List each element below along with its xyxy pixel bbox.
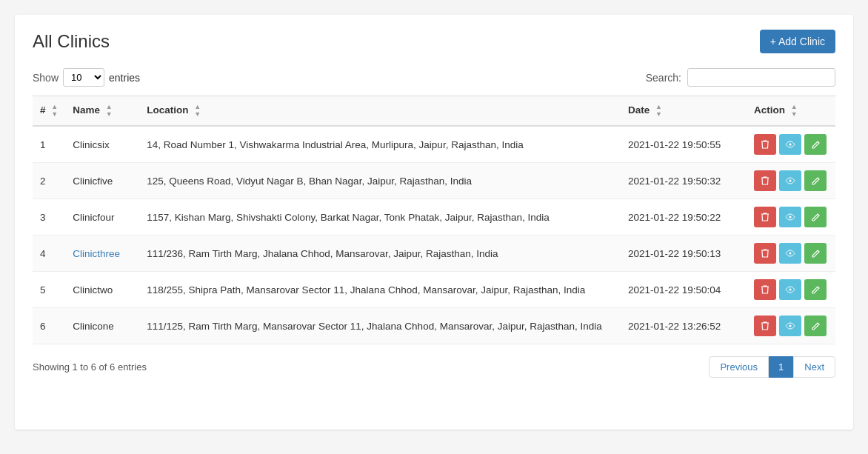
- svg-point-5: [789, 325, 792, 327]
- table-row: 2Clinicfive125, Queens Road, Vidyut Naga…: [33, 163, 835, 199]
- view-button[interactable]: [779, 134, 801, 155]
- cell-action: [747, 163, 835, 199]
- table-controls: Show 10 25 50 100 entries Search:: [33, 68, 835, 87]
- edit-button[interactable]: [804, 134, 827, 155]
- cell-date: 2021-01-22 19:50:04: [621, 272, 747, 308]
- action-buttons: [754, 170, 828, 191]
- cell-date: 2021-01-22 19:50:55: [621, 126, 747, 163]
- edit-button[interactable]: [804, 170, 827, 191]
- add-clinic-button[interactable]: + Add Clinic: [760, 30, 835, 53]
- action-buttons: [754, 279, 828, 300]
- col-header-action[interactable]: Action ▲▼: [747, 96, 835, 127]
- entries-control: Show 10 25 50 100 entries: [33, 68, 140, 87]
- action-buttons: [754, 207, 828, 227]
- cell-location: 125, Queens Road, Vidyut Nagar B, Bhan N…: [139, 163, 621, 199]
- cell-date: 2021-01-22 19:50:32: [621, 163, 747, 199]
- cell-num: 4: [33, 236, 65, 272]
- cell-location: 111/125, Ram Tirth Marg, Mansarovar Sect…: [139, 308, 621, 344]
- cell-date: 2021-01-22 13:26:52: [621, 308, 747, 344]
- cell-num: 5: [33, 272, 65, 308]
- cell-action: [747, 308, 835, 344]
- col-header-location[interactable]: Location ▲▼: [139, 96, 621, 127]
- table-row: 4Clinicthree111/236, Ram Tirth Marg, Jha…: [33, 236, 835, 272]
- delete-button[interactable]: [754, 243, 776, 264]
- delete-button[interactable]: [754, 134, 776, 155]
- table-row: 3Clinicfour1157, Kishan Marg, Shivshakti…: [33, 199, 835, 236]
- edit-button[interactable]: [804, 243, 827, 264]
- delete-button[interactable]: [754, 207, 776, 227]
- page-header: All Clinics + Add Clinic: [33, 30, 835, 53]
- showing-text: Showing 1 to 6 of 6 entries: [33, 361, 147, 373]
- svg-point-3: [789, 253, 792, 255]
- table-header: # ▲▼ Name ▲▼ Location ▲▼ Date ▲▼ Action: [33, 96, 835, 127]
- view-button[interactable]: [779, 170, 801, 191]
- search-control: Search:: [646, 68, 835, 87]
- pagination: Previous 1 Next: [709, 356, 835, 378]
- cell-location: 14, Road Number 1, Vishwakarma Industria…: [139, 126, 621, 163]
- table-row: 6Clinicone111/125, Ram Tirth Marg, Mansa…: [33, 308, 835, 344]
- view-button[interactable]: [779, 243, 801, 264]
- action-buttons: [754, 316, 828, 336]
- cell-num: 1: [33, 126, 65, 163]
- edit-button[interactable]: [804, 207, 827, 227]
- sort-icons-name: ▲▼: [106, 104, 113, 118]
- cell-name: Clinicthree: [65, 236, 139, 272]
- delete-button[interactable]: [754, 170, 776, 191]
- cell-date: 2021-01-22 19:50:13: [621, 236, 747, 272]
- cell-num: 2: [33, 163, 65, 199]
- table-body: 1Clinicsix14, Road Number 1, Vishwakarma…: [33, 126, 835, 344]
- action-buttons: [754, 243, 828, 264]
- table-row: 5Clinictwo118/255, Shipra Path, Mansarov…: [33, 272, 835, 308]
- sort-icons-location: ▲▼: [194, 104, 201, 118]
- cell-action: [747, 199, 835, 236]
- svg-point-0: [789, 144, 792, 146]
- cell-location: 111/236, Ram Tirth Marg, Jhalana Chhod, …: [139, 236, 621, 272]
- sort-icons-num: ▲▼: [51, 104, 58, 118]
- entries-label: entries: [109, 72, 140, 84]
- cell-name: Clinicfive: [65, 163, 139, 199]
- table-footer: Showing 1 to 6 of 6 entries Previous 1 N…: [33, 356, 835, 378]
- cell-name: Clinicone: [65, 308, 139, 344]
- cell-name: Clinicsix: [65, 126, 139, 163]
- previous-button[interactable]: Previous: [709, 356, 769, 378]
- delete-button[interactable]: [754, 279, 776, 300]
- search-label: Search:: [646, 72, 681, 84]
- svg-point-2: [789, 216, 792, 218]
- delete-button[interactable]: [754, 316, 776, 336]
- cell-action: [747, 126, 835, 163]
- cell-action: [747, 236, 835, 272]
- col-header-num[interactable]: # ▲▼: [33, 96, 65, 127]
- view-button[interactable]: [779, 316, 801, 336]
- next-button[interactable]: Next: [793, 356, 835, 378]
- edit-button[interactable]: [804, 316, 827, 336]
- entries-select[interactable]: 10 25 50 100: [63, 68, 104, 87]
- search-input[interactable]: [687, 68, 835, 87]
- cell-location: 1157, Kishan Marg, Shivshakti Colony, Ba…: [139, 199, 621, 236]
- svg-point-4: [789, 289, 792, 291]
- page-1-button[interactable]: 1: [769, 356, 793, 378]
- cell-location: 118/255, Shipra Path, Mansarovar Sector …: [139, 272, 621, 308]
- clinic-name-link[interactable]: Clinicthree: [73, 248, 120, 259]
- col-header-date[interactable]: Date ▲▼: [621, 96, 747, 127]
- cell-name: Clinictwo: [65, 272, 139, 308]
- cell-action: [747, 272, 835, 308]
- cell-name: Clinicfour: [65, 199, 139, 236]
- edit-button[interactable]: [804, 279, 827, 300]
- cell-num: 3: [33, 199, 65, 236]
- col-header-name[interactable]: Name ▲▼: [65, 96, 139, 127]
- page-title: All Clinics: [33, 31, 110, 52]
- action-buttons: [754, 134, 828, 155]
- view-button[interactable]: [779, 279, 801, 300]
- sort-icons-action: ▲▼: [791, 104, 798, 118]
- table-row: 1Clinicsix14, Road Number 1, Vishwakarma…: [33, 126, 835, 163]
- svg-point-1: [789, 180, 792, 182]
- clinics-table: # ▲▼ Name ▲▼ Location ▲▼ Date ▲▼ Action: [33, 96, 835, 344]
- view-button[interactable]: [779, 207, 801, 227]
- sort-icons-date: ▲▼: [655, 104, 662, 118]
- cell-date: 2021-01-22 19:50:22: [621, 199, 747, 236]
- cell-num: 6: [33, 308, 65, 344]
- show-label: Show: [33, 72, 59, 84]
